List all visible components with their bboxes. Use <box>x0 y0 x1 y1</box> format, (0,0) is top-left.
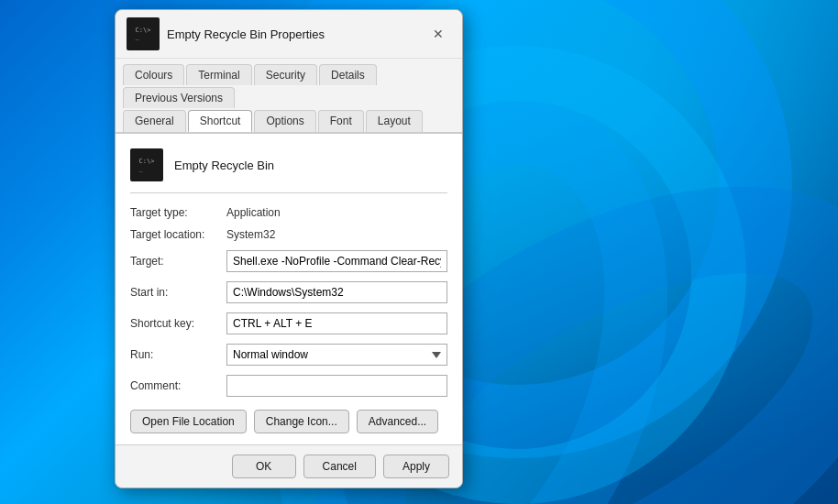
target-location-label: Target location: <box>130 228 226 241</box>
cancel-button[interactable]: Cancel <box>303 455 376 478</box>
tab-colours[interactable]: Colours <box>123 64 184 85</box>
comment-input[interactable] <box>226 375 447 397</box>
dialog-window: C:\>_ Empty Recycle Bin Properties ✕ Col… <box>115 9 463 488</box>
open-file-location-button[interactable]: Open File Location <box>130 410 247 433</box>
tabs-container: Colours Terminal Security Details Previo… <box>116 59 462 133</box>
target-row: Target: <box>130 250 447 272</box>
dialog-footer: OK Cancel Apply <box>116 444 462 488</box>
target-type-value: Application <box>226 206 447 219</box>
tab-font[interactable]: Font <box>318 110 364 132</box>
target-input[interactable] <box>226 250 447 272</box>
app-header: C:\>_ Empty Recycle Bin <box>130 148 447 193</box>
target-location-row: Target location: System32 <box>130 228 447 241</box>
run-select[interactable]: Normal window Minimized Maximized <box>226 344 447 366</box>
target-location-value: System32 <box>226 228 447 241</box>
action-buttons: Open File Location Change Icon... Advanc… <box>130 410 447 433</box>
comment-label: Comment: <box>130 379 226 392</box>
window-title: Empty Recycle Bin Properties <box>167 27 325 41</box>
tab-options[interactable]: Options <box>254 110 315 132</box>
tab-terminal[interactable]: Terminal <box>186 64 251 85</box>
ok-button[interactable]: OK <box>232 455 296 478</box>
target-type-row: Target type: Application <box>130 206 447 219</box>
start-in-row: Start in: <box>130 281 447 303</box>
start-in-label: Start in: <box>130 286 226 299</box>
tabs-row-2: General Shortcut Options Font Layout <box>116 108 462 132</box>
shortcut-key-input[interactable] <box>226 312 447 334</box>
dialog-content: C:\>_ Empty Recycle Bin Target type: App… <box>116 133 462 444</box>
tab-previous-versions[interactable]: Previous Versions <box>123 87 235 108</box>
comment-row: Comment: <box>130 375 447 397</box>
close-button[interactable]: ✕ <box>425 25 451 43</box>
change-icon-button[interactable]: Change Icon... <box>254 410 349 433</box>
tab-layout[interactable]: Layout <box>366 110 423 132</box>
tab-general[interactable]: General <box>123 110 186 132</box>
title-bar-left: C:\>_ Empty Recycle Bin Properties <box>127 17 325 50</box>
tabs-row-1: Colours Terminal Security Details Previo… <box>116 59 462 108</box>
run-row: Run: Normal window Minimized Maximized <box>130 344 447 366</box>
advanced-button[interactable]: Advanced... <box>357 410 438 433</box>
run-label: Run: <box>130 348 226 361</box>
tab-security[interactable]: Security <box>254 64 317 85</box>
tab-shortcut[interactable]: Shortcut <box>188 110 253 132</box>
app-icon: C:\>_ <box>130 148 163 181</box>
apply-button[interactable]: Apply <box>383 455 449 478</box>
target-type-label: Target type: <box>130 206 226 219</box>
start-in-input[interactable] <box>226 281 447 303</box>
title-bar: C:\>_ Empty Recycle Bin Properties ✕ <box>116 10 462 59</box>
shortcut-key-label: Shortcut key: <box>130 317 226 330</box>
app-name: Empty Recycle Bin <box>174 159 274 172</box>
tab-details[interactable]: Details <box>319 64 377 85</box>
shortcut-key-row: Shortcut key: <box>130 312 447 334</box>
window-icon: C:\>_ <box>127 17 160 50</box>
target-label: Target: <box>130 255 226 268</box>
